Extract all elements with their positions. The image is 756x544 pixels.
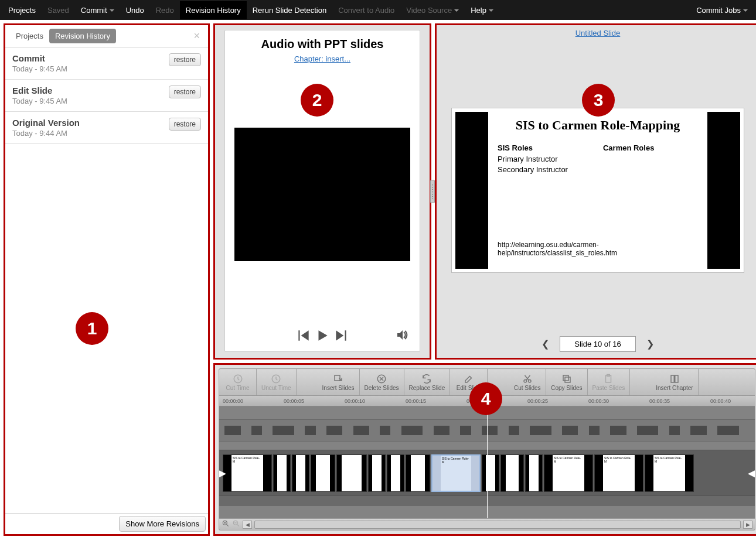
ruler-tick: 00:00:30 bbox=[588, 398, 609, 404]
slide-left-bar bbox=[455, 112, 488, 269]
zoom-out-icon[interactable] bbox=[232, 519, 240, 530]
menu-projects[interactable]: Projects bbox=[2, 1, 42, 19]
insert-chapter-button[interactable]: Insert Chapter bbox=[651, 369, 698, 395]
ruler-tick: 00:00:35 bbox=[649, 398, 670, 404]
timeline-scrollbar[interactable] bbox=[254, 521, 741, 529]
resize-handle[interactable] bbox=[430, 180, 435, 203]
revision-history-panel: 1 Projects Revision History × Commit Tod… bbox=[4, 23, 210, 536]
slide-thumbnail[interactable]: SIS to Carmen Role-M bbox=[223, 454, 272, 492]
timeline-tracks[interactable]: ▶ ◀ SIS to Carmen Role-M SIS to Carmen R… bbox=[219, 406, 755, 518]
revision-row[interactable]: Commit Today - 9:45 AM restore bbox=[5, 47, 208, 80]
slide-preview-panel: 3 Untitled Slide SIS to Carmen Role-Mapp… bbox=[435, 23, 756, 360]
video-area[interactable] bbox=[234, 128, 410, 261]
col1-row2: Secondary Instructor bbox=[498, 165, 568, 174]
ruler-tick: 00:00:00 bbox=[223, 398, 243, 404]
uncut-time-button: Uncut Time bbox=[257, 369, 297, 395]
caret-down-icon bbox=[110, 9, 114, 12]
annotation-badge-3: 3 bbox=[582, 84, 615, 117]
revision-time: Today - 9:45 AM bbox=[12, 97, 67, 105]
ruler-tick: 00:00:15 bbox=[406, 398, 426, 404]
track-left-arrow-icon[interactable]: ▶ bbox=[219, 467, 226, 480]
tab-projects[interactable]: Projects bbox=[10, 29, 49, 43]
revision-title: Original Version bbox=[12, 118, 80, 128]
annotation-badge-2: 2 bbox=[301, 84, 333, 117]
playhead[interactable] bbox=[487, 406, 488, 518]
slide-thumbnail[interactable] bbox=[482, 454, 499, 492]
player-panel: 2 Audio with PPT slides Chapter: insert.… bbox=[213, 23, 431, 360]
show-more-revisions-button[interactable]: Show More Revisions bbox=[119, 516, 206, 532]
slide-thumbnail[interactable]: SIS to Carmen Role-M bbox=[645, 454, 694, 492]
insert-slides-button[interactable]: Insert Slides bbox=[318, 369, 360, 395]
delete-slides-button[interactable]: Delete Slides bbox=[360, 369, 404, 395]
svg-rect-5 bbox=[563, 375, 568, 381]
revision-title: Edit Slide bbox=[12, 85, 67, 95]
annotation-badge-1: 1 bbox=[76, 312, 108, 345]
paste-slides-button: Paste Slides bbox=[588, 369, 631, 395]
prev-slide-button[interactable]: ❮ bbox=[537, 336, 554, 352]
main-menubar: Projects Saved Commit Undo Redo Revision… bbox=[0, 0, 756, 20]
track-right-arrow-icon[interactable]: ◀ bbox=[748, 467, 755, 480]
skip-back-icon[interactable] bbox=[296, 328, 311, 345]
skip-forward-icon[interactable] bbox=[333, 328, 349, 345]
replace-slide-button[interactable]: Replace Slide bbox=[404, 369, 451, 395]
cut-time-button: Cut Time bbox=[219, 369, 257, 395]
slide-counter: Slide 10 of 16 bbox=[560, 336, 636, 352]
chapter-link[interactable]: Chapter: insert... bbox=[294, 54, 350, 63]
menu-undo[interactable]: Undo bbox=[120, 1, 150, 19]
slide-title-link[interactable]: Untitled Slide bbox=[575, 29, 621, 37]
slide-thumbnail-selected[interactable]: SIS to Carmen Role-M bbox=[431, 454, 481, 492]
restore-button[interactable]: restore bbox=[169, 53, 201, 66]
next-slide-button[interactable]: ❯ bbox=[642, 336, 659, 352]
timeline-bottom-bar: ◀ ▶ bbox=[219, 518, 755, 530]
slide-thumbnail[interactable] bbox=[368, 454, 386, 492]
ruler-tick: 00:00:10 bbox=[345, 398, 365, 404]
slide-thumbnail[interactable] bbox=[406, 454, 430, 492]
tab-revision-history[interactable]: Revision History bbox=[49, 29, 116, 43]
timeline-panel: 4 Cut Time Uncut Time Insert Slides Dele… bbox=[213, 363, 756, 536]
restore-button[interactable]: restore bbox=[169, 118, 201, 131]
col2-header: Carmen Roles bbox=[603, 143, 654, 152]
ruler-tick: 00:00:40 bbox=[710, 398, 731, 404]
caret-down-icon bbox=[454, 9, 459, 12]
revision-row[interactable]: Original Version Today - 9:44 AM restore bbox=[5, 112, 208, 144]
menu-revision-history[interactable]: Revision History bbox=[180, 1, 247, 19]
menu-commit-jobs[interactable]: Commit Jobs bbox=[690, 1, 754, 19]
ruler-tick: 00:00:25 bbox=[527, 398, 548, 404]
revision-row[interactable]: Edit Slide Today - 9:45 AM restore bbox=[5, 80, 208, 112]
menu-video-source[interactable]: Video Source bbox=[400, 1, 465, 19]
revision-time: Today - 9:45 AM bbox=[12, 64, 67, 73]
menu-convert: Convert to Audio bbox=[332, 1, 400, 19]
slide-thumbnail[interactable] bbox=[273, 454, 291, 492]
caret-down-icon bbox=[743, 9, 748, 12]
slide-thumbnail[interactable] bbox=[387, 454, 404, 492]
menu-rerun[interactable]: Rerun Slide Detection bbox=[247, 1, 332, 19]
caret-down-icon bbox=[489, 9, 493, 12]
scroll-right-button[interactable]: ▶ bbox=[743, 521, 752, 529]
slide-right-bar bbox=[707, 112, 740, 269]
close-icon[interactable]: × bbox=[190, 30, 203, 42]
svg-rect-6 bbox=[565, 377, 570, 382]
revision-title: Commit bbox=[12, 53, 67, 63]
slide-preview: SIS to Carmen Role-Mapping SIS Roles Pri… bbox=[451, 108, 744, 273]
restore-button[interactable]: restore bbox=[169, 85, 201, 98]
menu-commit[interactable]: Commit bbox=[75, 1, 120, 19]
scroll-left-button[interactable]: ◀ bbox=[243, 521, 252, 529]
zoom-in-icon[interactable] bbox=[222, 519, 230, 530]
cut-slides-button[interactable]: Cut Slides bbox=[509, 369, 546, 395]
slide-thumbnail[interactable] bbox=[311, 454, 335, 492]
player-title: Audio with PPT slides bbox=[261, 37, 384, 51]
menu-redo: Redo bbox=[150, 1, 180, 19]
slide-thumbnail[interactable] bbox=[336, 454, 367, 492]
slide-heading: SIS to Carmen Role-Mapping bbox=[498, 118, 698, 133]
slide-thumbnail[interactable] bbox=[525, 454, 543, 492]
slide-thumbnail[interactable] bbox=[292, 454, 309, 492]
volume-icon[interactable] bbox=[395, 328, 410, 344]
slide-thumbnail[interactable]: SIS to Carmen Role-M bbox=[544, 454, 593, 492]
menu-saved: Saved bbox=[42, 1, 75, 19]
slide-thumbnail[interactable] bbox=[500, 454, 524, 492]
copy-slides-button[interactable]: Copy Slides bbox=[546, 369, 587, 395]
annotation-badge-4: 4 bbox=[469, 382, 502, 415]
menu-help[interactable]: Help bbox=[465, 1, 499, 19]
slide-thumbnail[interactable]: SIS to Carmen Role-M bbox=[594, 454, 643, 492]
play-icon[interactable] bbox=[315, 328, 330, 345]
